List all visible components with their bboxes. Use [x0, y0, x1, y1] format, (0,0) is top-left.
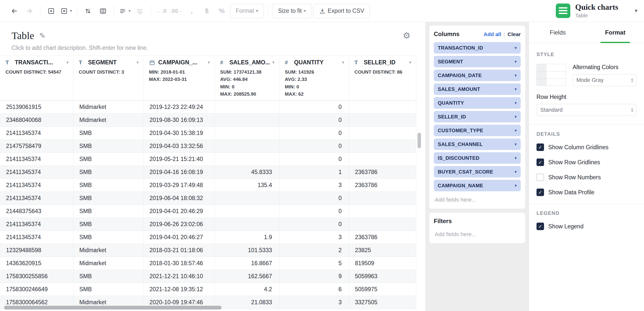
- percent-format-button[interactable]: %: [215, 4, 229, 18]
- thousands-separator-button[interactable]: ,: [185, 4, 198, 18]
- table-row[interactable]: 21475758479SMB2019-04-03 13:32:560: [0, 139, 416, 152]
- checkbox-checked[interactable]: ✓: [536, 189, 544, 196]
- column-pill[interactable]: TRANSACTION_ID▾: [434, 42, 521, 54]
- chevron-down-icon[interactable]: ▾: [342, 60, 344, 65]
- clear-link[interactable]: Clear: [507, 31, 521, 37]
- insert-column-button[interactable]: [44, 4, 58, 18]
- chevron-down-icon[interactable]: ▾: [66, 60, 69, 65]
- table-cell: 45.8333: [214, 166, 279, 179]
- alternating-colors-select[interactable]: Mode Gray ▴▾: [573, 74, 636, 86]
- size-to-fit-button[interactable]: Size to fit ▾: [272, 4, 311, 18]
- tab-fields[interactable]: Fields: [529, 22, 587, 43]
- table-row[interactable]: 23468040068Midmarket2019-08-30 16:09:130: [0, 113, 416, 126]
- table-row[interactable]: 1758300246649SMB2021-12-08 19:35:124.265…: [0, 283, 416, 296]
- dollar-icon: $: [205, 7, 208, 15]
- table-row[interactable]: 21411345374SMB2019-05-21 15:21:400: [0, 152, 416, 166]
- table-row[interactable]: 1758300255856SMB2021-12-21 10:46:10162.5…: [0, 270, 416, 283]
- checkbox-row[interactable]: ✓Show Column Gridlines: [536, 143, 636, 151]
- sort-button[interactable]: [81, 4, 95, 18]
- table-row[interactable]: 14363620915Midmarket2018-01-30 18:57:461…: [0, 257, 416, 270]
- table-row[interactable]: 25139061915Midmarket2019-12-23 22:49:240: [0, 100, 416, 113]
- column-pill[interactable]: QUANTITY▾: [434, 97, 521, 109]
- chevron-down-icon[interactable]: ▾: [208, 60, 210, 65]
- table-row[interactable]: 21411345374SMB2019-04-30 15:38:190: [0, 126, 416, 139]
- checkbox-checked[interactable]: ✓: [536, 223, 544, 230]
- chevron-down-icon[interactable]: ▾: [514, 73, 517, 78]
- column-pill[interactable]: BUYER_CSAT_SCORE▾: [434, 166, 521, 178]
- decrease-decimal-button[interactable]: ←.0: [155, 4, 168, 18]
- currency-format-button[interactable]: $: [200, 4, 213, 18]
- table-row[interactable]: 21411345374SMB2019-04-01 20:46:271.93236…: [0, 231, 416, 244]
- chevron-down-icon[interactable]: ▾: [635, 8, 637, 14]
- table-row[interactable]: 12329488598Midmarket2018-03-21 01:18:061…: [0, 244, 416, 257]
- table-row[interactable]: 21411345374SMB2019-04-16 16:08:1945.8333…: [0, 166, 416, 179]
- column-header[interactable]: CAMPAIGN_...▾MIN: 2018-01-01MAX: 2022-03…: [143, 56, 214, 101]
- tab-format[interactable]: Format: [587, 22, 644, 43]
- chevron-down-icon[interactable]: ▾: [514, 142, 517, 147]
- table-row[interactable]: 21411345374SMB2019-06-26 23:02:060: [0, 218, 416, 231]
- text-type-icon: T: [355, 59, 361, 66]
- checkbox-checked[interactable]: ✓: [536, 159, 544, 166]
- column-pill[interactable]: IS_DISCOUNTED▾: [434, 152, 521, 164]
- chevron-down-icon[interactable]: ▾: [272, 60, 275, 65]
- wrap-text-button[interactable]: [133, 4, 147, 18]
- chart-description-placeholder[interactable]: Click to add chart description. Shift-en…: [12, 45, 410, 51]
- column-pill[interactable]: SELLER_ID▾: [434, 111, 521, 122]
- horizontal-scrollbar[interactable]: [4, 306, 222, 309]
- table-row[interactable]: 21411345374SMB2019-03-29 17:49:48135.432…: [0, 179, 416, 192]
- remove-column-button[interactable]: ▾: [59, 4, 73, 18]
- forward-button[interactable]: [23, 4, 36, 18]
- column-pill[interactable]: CAMPAIGN_DATE▾: [434, 70, 521, 81]
- edit-title-icon[interactable]: ✎: [39, 31, 45, 40]
- data-table: TTRANSACTI...▾COUNT DISTINCT: 54547TSEGM…: [0, 55, 416, 309]
- column-pill[interactable]: SALES_AMOUNT▾: [434, 83, 521, 95]
- chevron-down-icon[interactable]: ▾: [137, 60, 139, 65]
- column-pill[interactable]: CAMPAIGN_NAME▾: [434, 180, 521, 191]
- column-pill[interactable]: SALES_CHANNEL▾: [434, 138, 521, 150]
- column-pill-label: QUANTITY: [438, 100, 464, 106]
- increase-decimal-button[interactable]: .00→: [170, 4, 183, 18]
- column-pill[interactable]: SEGMENT▾: [434, 56, 521, 67]
- table-cell: 21411345374: [0, 152, 73, 166]
- chevron-down-icon[interactable]: ▾: [514, 87, 517, 92]
- format-dropdown-button[interactable]: Format ▾: [230, 4, 264, 18]
- column-header[interactable]: TSEGMENT▾COUNT DISTINCT: 3: [73, 56, 143, 101]
- chevron-down-icon[interactable]: ▾: [514, 128, 517, 133]
- column-header[interactable]: TTRANSACTI...▾COUNT DISTINCT: 54547: [0, 56, 73, 101]
- table-cell: 2363786: [349, 231, 416, 244]
- checkbox-row[interactable]: Show Row Numbers: [536, 174, 636, 181]
- chevron-down-icon[interactable]: ▾: [514, 59, 517, 64]
- columns-layout-button[interactable]: [96, 4, 110, 18]
- chevron-down-icon[interactable]: ▾: [409, 60, 411, 65]
- row-height-select[interactable]: Standard ▴▾: [536, 104, 636, 116]
- chevron-down-icon[interactable]: ▾: [514, 100, 517, 106]
- filters-add-fields-placeholder[interactable]: Add fields here...: [434, 225, 521, 238]
- page-title[interactable]: Table: [12, 30, 34, 42]
- column-header[interactable]: #QUANTITY▾SUM: 141926AVG: 2.33MIN: 0MAX:…: [279, 56, 349, 101]
- column-header[interactable]: #SALES_AMO...▾SUM: 17374121.38AVG: 446.8…: [214, 56, 279, 101]
- column-header[interactable]: TSELLER_ID▾COUNT DISTINCT: 86: [349, 56, 416, 101]
- checkbox-row[interactable]: ✓Show Row Gridlines: [536, 159, 636, 166]
- checkbox-row[interactable]: ✓Show Data Profile: [536, 189, 636, 196]
- checkbox-checked[interactable]: ✓: [536, 143, 544, 151]
- columns-add-fields-placeholder[interactable]: Add fields here...: [434, 194, 521, 204]
- table-row[interactable]: 21448375643SMB2019-04-01 20:46:290: [0, 205, 416, 218]
- export-csv-button[interactable]: Export to CSV: [313, 4, 370, 18]
- chevron-down-icon[interactable]: ▾: [514, 169, 517, 175]
- chevron-down-icon[interactable]: ▾: [514, 183, 517, 188]
- back-button[interactable]: [8, 4, 21, 18]
- add-all-link[interactable]: Add all: [484, 31, 501, 37]
- checkbox-unchecked[interactable]: [536, 174, 544, 181]
- table-row[interactable]: 21411345374SMB2019-06-04 18:08:320: [0, 192, 416, 205]
- chevron-down-icon[interactable]: ▾: [514, 45, 517, 51]
- chart-type-selector[interactable]: Quick charts Table ▾: [556, 3, 644, 19]
- table-cell: [214, 205, 279, 218]
- chevron-down-icon[interactable]: ▾: [514, 114, 517, 119]
- chevron-down-icon[interactable]: ▾: [514, 156, 517, 161]
- table-cell: 5: [279, 257, 349, 270]
- column-pill[interactable]: CUSTOMER_TYPE▾: [434, 125, 521, 136]
- gear-icon[interactable]: ⚙: [403, 31, 410, 41]
- checkbox-row[interactable]: ✓Show Legend: [536, 223, 636, 230]
- vertical-scrollbar[interactable]: [417, 133, 421, 148]
- text-align-button[interactable]: ▾: [118, 4, 132, 18]
